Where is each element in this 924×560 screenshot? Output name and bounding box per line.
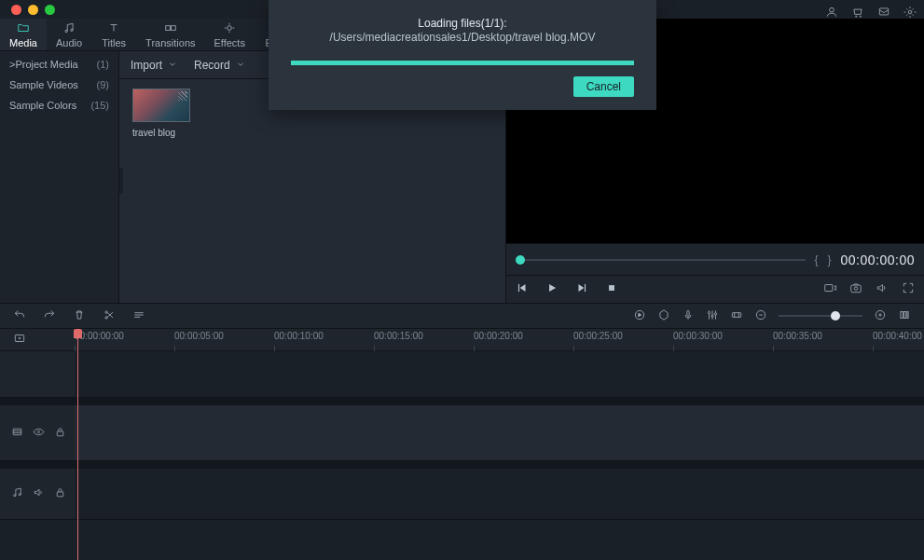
mixer-icon[interactable]	[706, 308, 719, 324]
svg-point-34	[19, 494, 21, 496]
svg-point-16	[105, 310, 107, 312]
play-button[interactable]	[545, 281, 559, 297]
music-note-icon	[62, 21, 76, 36]
cancel-button[interactable]: Cancel	[573, 76, 634, 97]
sidebar-item-project-media[interactable]: >Project Media (1)	[0, 54, 118, 75]
zoom-fit-icon[interactable]	[898, 308, 911, 324]
svg-point-20	[708, 311, 710, 313]
media-sidebar: >Project Media (1) Sample Videos (9) Sam…	[0, 51, 119, 303]
undo-icon[interactable]	[13, 308, 26, 324]
svg-point-2	[860, 16, 861, 17]
record-dropdown[interactable]: Record	[194, 59, 245, 72]
track-header[interactable]	[0, 351, 75, 397]
tab-label: Transitions	[145, 37, 195, 48]
sidebar-item-sample-colors[interactable]: Sample Colors (15)	[0, 95, 118, 116]
split-icon[interactable]	[103, 308, 116, 324]
timeline-playhead[interactable]	[77, 329, 78, 560]
track-header[interactable]	[0, 405, 75, 460]
svg-rect-7	[166, 25, 171, 30]
lock-icon[interactable]	[54, 426, 66, 441]
svg-point-5	[65, 30, 67, 32]
track-lane[interactable]	[75, 405, 924, 460]
svg-rect-12	[609, 285, 614, 291]
tab-titles[interactable]: Titles	[91, 19, 136, 50]
media-grid: travel blog	[119, 79, 505, 303]
track-lane[interactable]	[75, 351, 924, 397]
svg-point-33	[14, 495, 16, 497]
tab-label: Effects	[214, 37, 245, 48]
sidebar-item-label: Sample Colors	[9, 100, 76, 111]
timeline-ruler[interactable]: 00:00:00:0000:00:05:0000:00:10:0000:00:1…	[0, 329, 924, 351]
timecode-display: 00:00:00:00	[841, 253, 915, 267]
ruler-tick: 00:00:25:00	[573, 331, 623, 341]
svg-point-1	[856, 16, 857, 17]
window-maximize-button[interactable]	[45, 5, 55, 15]
tab-transitions[interactable]: Transitions	[136, 19, 204, 50]
sidebar-item-sample-videos[interactable]: Sample Videos (9)	[0, 75, 118, 95]
snapshot-icon[interactable]	[849, 281, 862, 297]
svg-rect-14	[851, 285, 862, 293]
track-video	[0, 405, 924, 461]
brace-close: }	[828, 253, 832, 266]
svg-point-6	[71, 29, 73, 31]
loading-dialog: Loading files(1/1): /Users/mediacreation…	[269, 0, 656, 110]
render-icon[interactable]	[633, 308, 646, 324]
prev-frame-button[interactable]	[516, 281, 529, 297]
svg-rect-28	[907, 311, 908, 318]
window-close-button[interactable]	[11, 5, 21, 15]
zoom-slider[interactable]	[779, 315, 862, 317]
sidebar-collapse-handle[interactable]	[119, 168, 123, 194]
ruler-tick: 00:00:05:00	[174, 331, 224, 341]
volume-icon[interactable]	[876, 281, 889, 297]
sidebar-item-count: (15)	[90, 100, 109, 111]
media-thumbnail[interactable]	[132, 89, 190, 122]
zoom-in-icon[interactable]	[874, 308, 887, 324]
brace-open: {	[815, 253, 819, 266]
add-track-icon[interactable]	[13, 332, 26, 348]
track-lane[interactable]	[75, 469, 924, 519]
svg-rect-30	[13, 429, 21, 435]
ruler-tick: 00:00:10:00	[274, 331, 324, 341]
chevron-down-icon	[168, 59, 177, 72]
svg-rect-26	[901, 311, 903, 318]
folder-icon	[17, 21, 30, 36]
svg-point-22	[714, 312, 716, 314]
record-label: Record	[194, 59, 230, 72]
loading-progressbar	[291, 61, 634, 65]
tab-label: Audio	[56, 37, 82, 48]
preview-controls	[506, 275, 924, 303]
track-overlay	[0, 351, 924, 398]
mute-icon[interactable]	[33, 486, 45, 501]
delete-icon[interactable]	[73, 308, 86, 324]
tab-media[interactable]: Media	[0, 19, 47, 50]
tab-audio[interactable]: Audio	[47, 19, 91, 50]
lock-icon[interactable]	[54, 486, 66, 501]
svg-point-31	[37, 430, 39, 432]
preview-scrubber[interactable]	[516, 259, 806, 261]
tab-effects[interactable]: Effects	[205, 19, 255, 50]
svg-rect-10	[518, 284, 519, 292]
stop-button[interactable]	[605, 281, 618, 297]
track-header[interactable]	[0, 469, 75, 519]
svg-point-4	[908, 10, 912, 14]
redo-icon[interactable]	[43, 308, 56, 324]
ruler-tick: 00:00:15:00	[374, 331, 423, 341]
keyframe-icon[interactable]	[730, 308, 743, 324]
zoom-out-icon[interactable]	[754, 308, 767, 324]
media-item[interactable]: travel blog	[132, 89, 192, 138]
ruler-tick: 00:00:20:00	[474, 331, 523, 341]
visibility-icon[interactable]	[33, 426, 45, 441]
ruler-tick: 00:00:40:00	[873, 331, 922, 341]
svg-rect-19	[687, 310, 689, 316]
svg-rect-35	[57, 492, 63, 497]
edit-tools-icon[interactable]	[132, 308, 145, 324]
window-minimize-button[interactable]	[28, 5, 38, 15]
import-dropdown[interactable]: Import	[131, 59, 177, 72]
svg-point-9	[228, 25, 232, 30]
next-frame-button[interactable]	[575, 281, 588, 297]
marker-icon[interactable]	[657, 308, 670, 324]
render-preview-icon[interactable]	[823, 281, 836, 297]
voiceover-icon[interactable]	[682, 308, 695, 324]
timeline-toolbar	[0, 303, 924, 329]
fullscreen-icon[interactable]	[902, 281, 915, 297]
